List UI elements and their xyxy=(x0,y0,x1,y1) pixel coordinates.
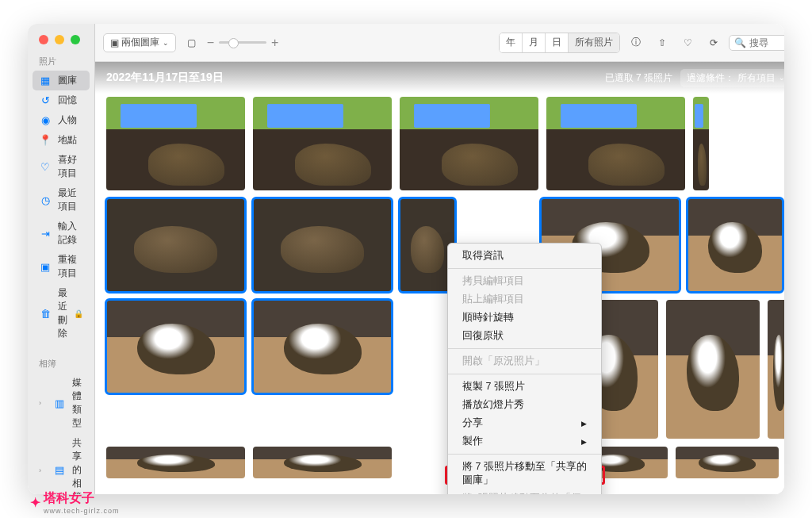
sidebar-heading-albums: 相簿 xyxy=(33,355,90,373)
search-input[interactable] xyxy=(749,37,784,48)
photo-grid-area: 2022年11月17日至19日 已選取 7 張照片 過濾條件： 所有項目 ⌄ xyxy=(95,62,784,494)
traffic-lights xyxy=(28,24,94,52)
clock-icon: ◷ xyxy=(39,194,52,206)
library-icon: ▦ xyxy=(39,75,52,86)
fullscreen-window-button[interactable] xyxy=(71,35,80,44)
ctx-open-live: 開啟「原況照片」 xyxy=(448,352,601,370)
sidebar-item-label: 地點 xyxy=(58,133,83,147)
photo-thumbnail[interactable] xyxy=(768,300,784,439)
sidebar-item-duplicates[interactable]: ▣重複項目 xyxy=(33,250,90,283)
rotate-button[interactable]: ⟳ xyxy=(703,33,724,52)
toolbar: ▣ 兩個圖庫 ⌄ ▢ − + 年 月 日 所有照片 ⓘ ⇧ ♡ ⟳ 🔍 xyxy=(95,24,784,62)
sidebar-item-shared-albums[interactable]: ›▤共享的相簿 xyxy=(33,433,90,494)
sidebar-item-label: 共享的相簿 xyxy=(72,436,83,494)
sidebar-heading-photos: 照片 xyxy=(33,52,90,71)
filter-dropdown[interactable]: 過濾條件： 所有項目 ⌄ xyxy=(680,69,784,87)
memories-icon: ↺ xyxy=(39,94,52,106)
airplay-icon: ▢ xyxy=(187,37,196,48)
date-range-title: 2022年11月17日至19日 xyxy=(106,71,224,85)
sidebar-item-imports[interactable]: ⇥輸入記錄 xyxy=(33,217,90,250)
chevron-right-icon: ▶ xyxy=(581,438,587,446)
sidebar-item-label: 人物 xyxy=(58,113,83,127)
sidebar-item-favorites[interactable]: ♡喜好項目 xyxy=(33,150,90,183)
photo-thumbnail[interactable] xyxy=(253,300,392,393)
ctx-label: 分享 xyxy=(462,416,483,430)
separator xyxy=(448,454,601,455)
photo-thumbnail[interactable] xyxy=(253,198,392,292)
separator xyxy=(448,374,601,374)
library-picker-dropdown[interactable]: ▣ 兩個圖庫 ⌄ xyxy=(103,33,176,52)
watermark: ✦ 塔科女子 www.tech-girlz.com xyxy=(30,490,120,515)
rotate-icon: ⟳ xyxy=(710,37,718,48)
photo-thumbnail[interactable] xyxy=(253,97,392,190)
share-icon: ⇧ xyxy=(658,37,666,48)
folder-icon: ▤ xyxy=(53,464,66,476)
ctx-share[interactable]: 分享▶ xyxy=(448,414,601,432)
photo-thumbnail[interactable] xyxy=(688,198,783,292)
ctx-make[interactable]: 製作▶ xyxy=(448,432,601,451)
seg-all-photos[interactable]: 所有照片 xyxy=(569,33,619,52)
context-menu: 取得資訊 拷貝編輯項目 貼上編輯項目 順時針旋轉 回復原狀 開啟「原況照片」 複… xyxy=(447,243,602,494)
chevron-right-icon: ▶ xyxy=(581,420,587,428)
people-icon: ◉ xyxy=(39,114,52,126)
sidebar-item-recent[interactable]: ◷最近項目 xyxy=(33,183,90,217)
photo-thumbnail[interactable] xyxy=(106,447,245,478)
filter-value: 所有項目 xyxy=(737,71,776,85)
photo-thumbnail[interactable] xyxy=(693,97,709,190)
zoom-minus-icon: − xyxy=(207,36,214,50)
chevron-right-icon: › xyxy=(39,466,47,474)
seg-day[interactable]: 日 xyxy=(546,33,569,52)
chevron-down-icon: ⌄ xyxy=(779,74,784,82)
app-window: 照片 ▦圖庫 ↺回憶 ◉人物 📍地點 ♡喜好項目 ◷最近項目 ⇥輸入記錄 ▣重複… xyxy=(28,24,784,494)
photo-thumbnail[interactable] xyxy=(666,300,760,439)
photo-thumbnail[interactable] xyxy=(106,198,245,292)
sidebar-item-label: 回憶 xyxy=(58,94,83,107)
ctx-slideshow[interactable]: 播放幻燈片秀 xyxy=(448,396,601,414)
sidebar-item-label: 重複項目 xyxy=(58,253,83,280)
photo-thumbnail[interactable] xyxy=(400,97,538,190)
main-area: ▣ 兩個圖庫 ⌄ ▢ − + 年 月 日 所有照片 ⓘ ⇧ ♡ ⟳ 🔍 2022… xyxy=(95,24,784,494)
search-field[interactable]: 🔍 xyxy=(729,35,784,51)
close-window-button[interactable] xyxy=(39,35,48,44)
sidebar-item-recently-deleted[interactable]: 🗑最近刪除🔒 xyxy=(33,283,90,343)
minimize-window-button[interactable] xyxy=(55,35,64,44)
sidebar-item-label: 輸入記錄 xyxy=(58,220,83,247)
airplay-button[interactable]: ▢ xyxy=(181,33,202,52)
heart-icon: ♡ xyxy=(684,37,692,48)
ctx-label: 製作 xyxy=(462,435,483,448)
stack-icon: ▣ xyxy=(110,37,119,48)
sidebar-item-library[interactable]: ▦圖庫 xyxy=(33,71,90,90)
photo-thumbnail[interactable] xyxy=(546,97,685,190)
sidebar-item-places[interactable]: 📍地點 xyxy=(33,130,90,150)
ctx-rotate-cw[interactable]: 順時針旋轉 xyxy=(448,309,601,327)
info-button[interactable]: ⓘ xyxy=(625,33,647,52)
chevron-right-icon: › xyxy=(39,399,47,407)
heart-icon: ♡ xyxy=(39,161,52,173)
filter-label: 過濾條件： xyxy=(687,71,734,85)
photo-thumbnail[interactable] xyxy=(676,447,779,478)
ctx-move-shared[interactable]: 將 7 張照片移動至「共享的圖庫」 xyxy=(448,458,601,489)
photo-thumbnail[interactable] xyxy=(106,97,245,190)
ctx-revert[interactable]: 回復原狀 xyxy=(448,327,601,345)
sidebar-item-memories[interactable]: ↺回憶 xyxy=(33,90,90,110)
zoom-slider[interactable] xyxy=(219,41,266,44)
ctx-get-info[interactable]: 取得資訊 xyxy=(448,247,601,265)
sidebar-item-media-types[interactable]: ›▥媒體類型 xyxy=(33,373,90,433)
photo-thumbnail[interactable] xyxy=(253,447,392,478)
share-button[interactable]: ⇧ xyxy=(652,33,672,52)
sidebar-item-people[interactable]: ◉人物 xyxy=(33,110,90,130)
photo-grid xyxy=(95,62,784,489)
ctx-duplicate[interactable]: 複製 7 張照片 xyxy=(448,378,601,396)
sidebar-item-label: 媒體類型 xyxy=(72,376,83,430)
zoom-plus-icon: + xyxy=(271,36,278,50)
import-icon: ⇥ xyxy=(39,228,52,240)
photo-thumbnail[interactable] xyxy=(106,300,245,393)
pin-icon: 📍 xyxy=(39,134,52,146)
sidebar-item-label: 喜好項目 xyxy=(58,153,83,180)
selection-count: 已選取 7 張照片 xyxy=(605,71,672,85)
seg-year[interactable]: 年 xyxy=(500,33,523,52)
favorite-button[interactable]: ♡ xyxy=(677,33,699,52)
ctx-paste-edits: 貼上編輯項目 xyxy=(448,290,601,309)
seg-month[interactable]: 月 xyxy=(523,33,546,52)
grid-header: 2022年11月17日至19日 已選取 7 張照片 過濾條件： 所有項目 ⌄ xyxy=(95,62,784,94)
